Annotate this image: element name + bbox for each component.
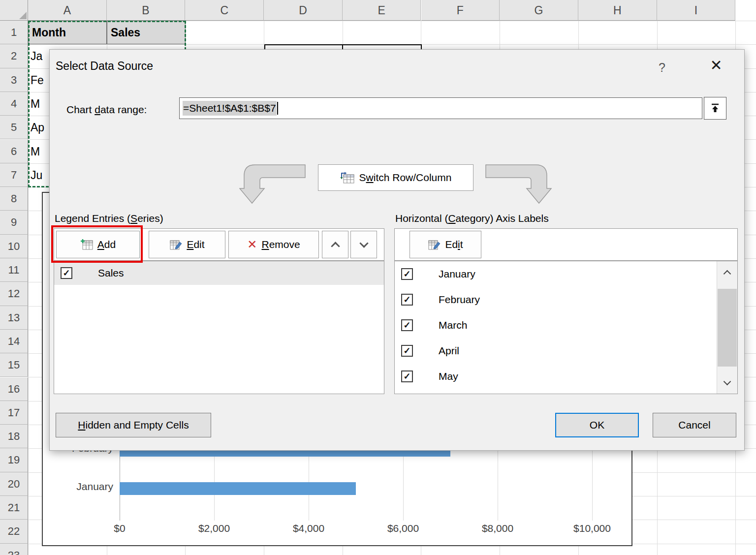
row-header-11[interactable]: 11 [0, 258, 28, 282]
row-header-4[interactable]: 4 [0, 92, 28, 116]
column-header-D[interactable]: D [264, 0, 343, 21]
switch-row-column-label: Switch Row/Column [359, 172, 452, 184]
axis-item-label: May [439, 370, 458, 382]
chart-data-range-label: Chart data range: [66, 104, 147, 116]
row-header-13[interactable]: 13 [0, 306, 28, 330]
remove-button[interactable]: ✕ Remove [228, 231, 319, 258]
axis-items: ✓January✓February✓March✓April✓May [395, 261, 737, 389]
row-header-14[interactable]: 14 [0, 330, 28, 353]
column-header-F[interactable]: F [421, 0, 500, 21]
row-header-2[interactable]: 2 [0, 44, 28, 68]
select-data-source-dialog: Select Data Source ? ✕ Chart data range:… [49, 49, 745, 451]
row-header-23[interactable]: 23 [0, 544, 28, 555]
x-tick-label: $0 [85, 523, 154, 534]
dialog-title: Select Data Source [56, 60, 153, 73]
x-tick-label: $6,000 [369, 523, 438, 534]
checkbox-checked[interactable]: ✓ [61, 267, 72, 279]
move-down-button[interactable] [350, 231, 377, 258]
checkbox-checked[interactable]: ✓ [401, 370, 413, 382]
row-header-1[interactable]: 1 [0, 21, 28, 44]
cell-partial: Ap [31, 116, 44, 139]
cell-B1[interactable]: Sales [107, 21, 186, 44]
legend-item-label: Sales [98, 267, 124, 279]
row-header-12[interactable]: 12 [0, 282, 28, 306]
legend-entries-title: Legend Entries (Series) [55, 213, 163, 224]
cell-A1[interactable]: Month [28, 21, 107, 44]
row-header-15[interactable]: 15 [0, 353, 28, 377]
row-header-3[interactable]: 3 [0, 68, 28, 92]
row-header-5[interactable]: 5 [0, 116, 28, 139]
column-header-E[interactable]: E [343, 0, 421, 21]
column-header-C[interactable]: C [185, 0, 264, 21]
axis-item[interactable]: ✓May [395, 364, 737, 389]
axis-item[interactable]: ✓February [395, 287, 737, 312]
checkbox-checked[interactable]: ✓ [401, 345, 413, 357]
axis-item[interactable]: ✓March [395, 312, 737, 338]
row-header-22[interactable]: 22 [0, 520, 28, 543]
remove-label: Remove [261, 239, 300, 250]
checkbox-checked[interactable]: ✓ [401, 319, 413, 331]
axis-item[interactable]: ✓April [395, 338, 737, 364]
row-header-6[interactable]: 6 [0, 140, 28, 163]
axis-item-label: January [439, 268, 475, 280]
hidden-empty-cells-label: Hidden and Empty Cells [78, 419, 189, 431]
ok-button[interactable]: OK [555, 413, 639, 437]
collapse-dialog-button[interactable] [704, 97, 726, 120]
select-all-corner[interactable] [0, 0, 28, 21]
add-button[interactable]: Add [56, 231, 140, 258]
column-header-B[interactable]: B [107, 0, 186, 21]
axis-item[interactable]: ✓January [395, 261, 737, 287]
row-header-20[interactable]: 20 [0, 472, 28, 496]
switch-row-column-icon [340, 171, 355, 184]
row-header-21[interactable]: 21 [0, 496, 28, 520]
row-header-18[interactable]: 18 [0, 425, 28, 448]
row-header-9[interactable]: 9 [0, 211, 28, 234]
column-header-G[interactable]: G [500, 0, 578, 21]
scroll-down-button[interactable] [717, 372, 737, 394]
edit-icon [169, 239, 182, 250]
help-icon[interactable]: ? [652, 61, 672, 75]
switch-row-column-button[interactable]: Switch Row/Column [318, 164, 473, 191]
chevron-down-icon [359, 239, 368, 247]
row-header-17[interactable]: 17 [0, 401, 28, 425]
checkbox-checked[interactable]: ✓ [401, 294, 413, 306]
excel-window: ABCDEFGHI 123456789101112131415161718192… [0, 0, 756, 555]
edit-series-button[interactable]: Edit [149, 231, 225, 258]
checkbox-checked[interactable]: ✓ [401, 268, 413, 280]
axis-list[interactable]: ✓January✓February✓March✓April✓May [394, 261, 738, 394]
close-icon[interactable]: ✕ [704, 57, 728, 74]
axis-edit-icon [428, 239, 441, 250]
row-header-8[interactable]: 8 [0, 187, 28, 211]
x-tick-label: $4,000 [274, 523, 343, 534]
row-header-7[interactable]: 7 [0, 163, 28, 187]
remove-x-icon: ✕ [247, 239, 257, 250]
scroll-up-button[interactable] [717, 261, 737, 283]
move-up-button[interactable] [322, 231, 348, 258]
row-header-10[interactable]: 10 [0, 235, 28, 258]
cancel-button[interactable]: Cancel [653, 413, 736, 437]
axis-item-label: April [439, 345, 459, 357]
axis-scrollbar[interactable] [717, 261, 737, 394]
axis-item-label: February [439, 294, 480, 306]
cell-partial: Ju [31, 163, 42, 187]
column-header-H[interactable]: H [578, 0, 657, 21]
legend-toolbar: Add Edit ✕ Remove [54, 228, 384, 261]
chart-bar[interactable] [120, 482, 356, 495]
chart-data-range-input[interactable]: =Sheet1!$A$1:$B$7 [179, 97, 702, 119]
row-header-19[interactable]: 19 [0, 448, 28, 472]
cell-partial: M [31, 140, 40, 163]
scroll-down-icon [724, 377, 731, 385]
legend-item[interactable]: ✓Sales [54, 261, 384, 285]
column-header-I[interactable]: I [657, 0, 736, 21]
column-header-A[interactable]: A [28, 0, 107, 21]
range-value: =Sheet1!$A$1:$B$7 [183, 101, 277, 116]
row-header-16[interactable]: 16 [0, 377, 28, 401]
add-icon [80, 239, 93, 250]
y-category-label: January [43, 481, 113, 493]
x-tick-label: $8,000 [463, 523, 532, 534]
scroll-thumb[interactable] [718, 289, 737, 367]
axis-edit-button[interactable]: Edit [410, 231, 481, 258]
hidden-empty-cells-button[interactable]: Hidden and Empty Cells [56, 413, 211, 437]
scroll-up-icon [724, 270, 731, 278]
legend-list[interactable]: ✓Sales [54, 261, 384, 394]
